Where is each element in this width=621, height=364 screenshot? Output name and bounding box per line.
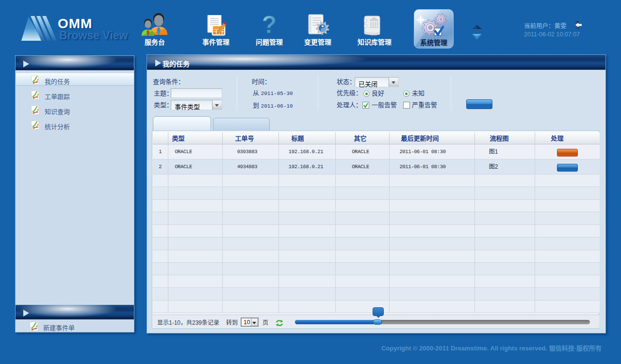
svg-text:?: ?	[262, 14, 277, 37]
